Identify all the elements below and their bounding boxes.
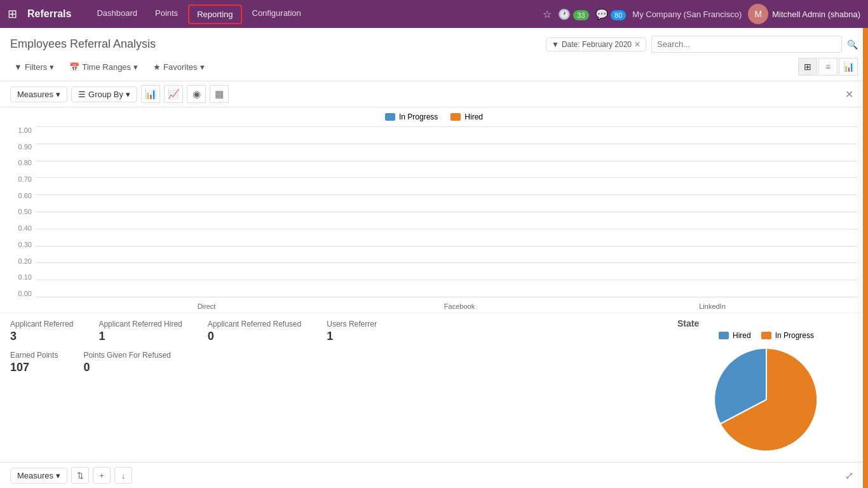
stat-applicant-referred-hired-value: 1 <box>98 330 182 343</box>
y-label-10: 1.00 <box>18 126 32 134</box>
nav-points[interactable]: Points <box>147 4 186 24</box>
search-bar: ▼ Date: February 2020 ✕ 🔍 <box>546 36 858 53</box>
bars-row <box>36 126 858 297</box>
stats-left: Applicant Referred 3 Applicant Referred … <box>0 313 665 462</box>
stat-earned-points: Earned Points 107 <box>10 351 58 374</box>
search-input[interactable] <box>651 36 842 53</box>
x-label-direct: Direct <box>80 302 333 310</box>
y-label-8: 0.80 <box>18 159 32 166</box>
filter-icon: ▼ <box>552 40 559 49</box>
chat-badge: 80 <box>611 10 626 20</box>
y-label-0: 0.00 <box>18 290 32 297</box>
pie-legend-hired: Hired <box>719 331 751 340</box>
company-name[interactable]: My Company (San Francisco) <box>632 10 742 19</box>
nav-reporting[interactable]: Reporting <box>188 4 241 24</box>
user-name: Mitchell Admin (shabna) <box>772 10 860 19</box>
view-chart-btn[interactable]: 📊 <box>839 58 858 76</box>
bar-chart-container: In Progress Hired 1.00 0.90 0.80 0.70 0.… <box>10 112 858 310</box>
stats-section: Applicant Referred 3 Applicant Referred … <box>0 313 868 462</box>
y-label-9: 0.90 <box>18 143 32 151</box>
groupby-icon: ☰ <box>78 90 86 99</box>
x-label-linkedin: LinkedIn <box>586 302 839 310</box>
bottom-bar-left: Measures ▾ ⇅ + ↓ <box>10 467 132 484</box>
stat-earned-points-label: Earned Points <box>10 351 58 360</box>
x-label-facebook: Facebook <box>333 302 586 310</box>
bottom-add-btn[interactable]: + <box>93 467 111 484</box>
line-chart-btn[interactable]: 📈 <box>164 85 183 103</box>
legend-in-progress-color <box>385 113 395 121</box>
filter-funnel-icon: ▼ <box>14 62 22 72</box>
stat-points-refused-label: Points Given For Refused <box>83 351 170 360</box>
stat-earned-points-value: 107 <box>10 361 58 374</box>
search-icon[interactable]: 🔍 <box>847 39 858 50</box>
favorites-label: Favorites <box>163 62 197 72</box>
bottom-measures-btn[interactable]: Measures ▾ <box>10 468 67 484</box>
y-label-4: 0.40 <box>18 224 32 232</box>
calendar-icon: 📅 <box>69 62 79 72</box>
clock-icon[interactable]: 🕐 33 <box>558 8 589 20</box>
stat-applicant-refused: Applicant Referred Refused 0 <box>208 320 301 343</box>
pie-chart-btn[interactable]: ◉ <box>187 85 206 103</box>
bar-chart-btn[interactable]: 📊 <box>141 85 160 103</box>
filters-btn[interactable]: ▼ Filters ▾ <box>10 60 58 74</box>
toolbar-left: Measures ▾ ☰ Group By ▾ 📊 📈 ◉ ▦ <box>10 85 229 103</box>
filter-label: Date: February 2020 <box>562 40 632 49</box>
measures-btn[interactable]: Measures ▾ <box>10 86 67 102</box>
avatar: M <box>748 4 768 24</box>
favorites-btn[interactable]: ★ Favorites ▾ <box>149 60 208 74</box>
grid-icon[interactable]: ⊞ <box>8 7 17 21</box>
user-menu[interactable]: M Mitchell Admin (shabna) <box>748 4 860 24</box>
right-accent <box>863 28 868 488</box>
date-filter-tag[interactable]: ▼ Date: February 2020 ✕ <box>546 37 646 51</box>
chat-icon[interactable]: 💬 80 <box>595 8 627 20</box>
stat-applicant-referred-label: Applicant Referred <box>10 320 73 329</box>
y-label-1: 0.10 <box>18 273 32 281</box>
y-label-2: 0.20 <box>18 257 32 265</box>
legend-hired: Hired <box>451 112 483 121</box>
groupby-btn[interactable]: ☰ Group By ▾ <box>71 86 137 102</box>
pie-legend-hired-label: Hired <box>733 331 751 340</box>
stat-applicant-referred-value: 3 <box>10 330 73 343</box>
bottom-measures-label: Measures <box>17 471 53 480</box>
bottom-close-btn[interactable]: ⤢ <box>840 466 858 484</box>
y-label-6: 0.60 <box>18 192 32 200</box>
y-axis: 1.00 0.90 0.80 0.70 0.60 0.50 0.40 0.30 … <box>10 126 36 310</box>
y-label-7: 0.70 <box>18 175 32 183</box>
time-ranges-label: Time Ranges <box>82 62 131 72</box>
topnav-right: ☆ 🕐 33 💬 80 My Company (San Francisco) M… <box>543 4 860 24</box>
pie-title: State <box>677 318 699 329</box>
view-list-btn[interactable]: ≡ <box>818 58 837 76</box>
stat-points-refused: Points Given For Refused 0 <box>83 351 170 374</box>
view-buttons: ⊞ ≡ 📊 <box>798 58 858 76</box>
data-btn[interactable]: ▦ <box>210 85 229 103</box>
stat-applicant-referred-hired-label: Applicant Referred Hired <box>98 320 182 329</box>
bottom-download-btn[interactable]: ↓ <box>114 467 132 484</box>
legend-hired-color <box>451 113 461 121</box>
page-title: Employees Referral Analysis <box>10 37 156 51</box>
stat-applicant-referred-hired: Applicant Referred Hired 1 <box>98 320 182 343</box>
time-ranges-chevron: ▾ <box>133 62 138 72</box>
groupby-chevron: ▾ <box>126 90 130 99</box>
stats-row-2: Earned Points 107 Points Given For Refus… <box>10 351 654 374</box>
filters-chevron: ▾ <box>50 62 54 72</box>
nav-configuration[interactable]: Configuration <box>245 4 309 24</box>
main-content: Employees Referral Analysis ▼ Date: Febr… <box>0 28 868 488</box>
stats-row-1: Applicant Referred 3 Applicant Referred … <box>10 320 654 343</box>
filters-label: Filters <box>25 62 47 72</box>
pie-legend-hired-color <box>719 332 729 339</box>
pie-chart-svg <box>709 342 824 457</box>
chart-legend: In Progress Hired <box>10 112 858 121</box>
bottom-measures-chevron: ▾ <box>56 471 60 480</box>
nav-dashboard[interactable]: Dashboard <box>89 4 145 24</box>
stat-points-refused-value: 0 <box>83 361 170 374</box>
favorites-chevron: ▾ <box>200 62 205 72</box>
star-icon[interactable]: ☆ <box>543 8 552 20</box>
filter-remove[interactable]: ✕ <box>634 40 641 49</box>
close-btn[interactable]: ✕ <box>840 85 858 103</box>
time-ranges-btn[interactable]: 📅 Time Ranges ▾ <box>65 60 142 74</box>
view-kanban-btn[interactable]: ⊞ <box>798 58 817 76</box>
bottom-filter-btn[interactable]: ⇅ <box>71 467 89 484</box>
measures-chevron: ▾ <box>56 90 60 99</box>
stat-users-referrer-value: 1 <box>327 330 377 343</box>
stat-applicant-referred: Applicant Referred 3 <box>10 320 73 343</box>
